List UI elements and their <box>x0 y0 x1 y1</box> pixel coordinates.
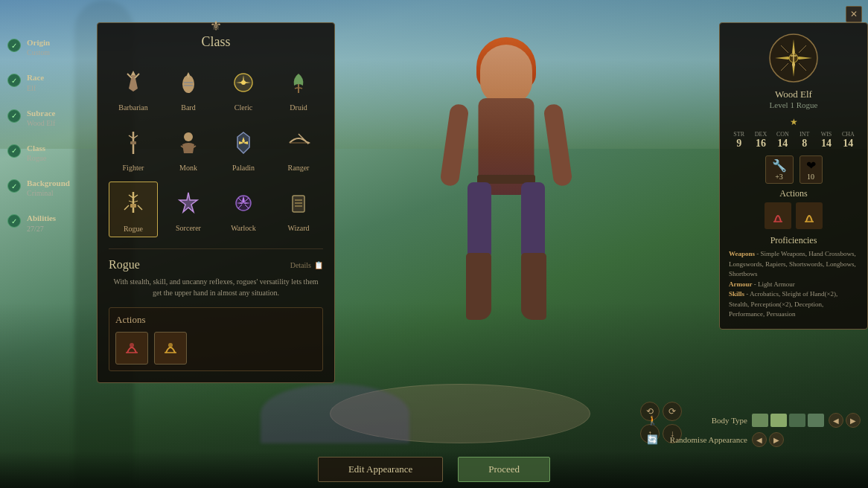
portrait-emblem <box>768 32 820 84</box>
body-opt-4[interactable] <box>808 414 824 427</box>
class-item-druid[interactable]: Druid <box>274 61 323 115</box>
sidebar-item-class[interactable]: Class Rogue <box>7 143 89 163</box>
class-item-bard[interactable]: Bard <box>164 61 213 115</box>
randomise-prev[interactable]: ◀ <box>752 432 767 447</box>
con-label: CON <box>776 131 789 138</box>
wizard-name: Wizard <box>287 224 309 232</box>
svg-point-20 <box>168 343 173 347</box>
stat-str: STR 9 <box>729 131 749 150</box>
body-type-next[interactable]: ▶ <box>846 413 861 428</box>
subrace-check <box>7 109 21 123</box>
background-check <box>7 179 21 193</box>
class-actions-section: Actions <box>109 307 323 371</box>
class-item-fighter[interactable]: Fighter <box>109 121 158 176</box>
randomise-next[interactable]: ▶ <box>769 432 784 447</box>
randomise-icon: 🔄 <box>647 434 658 446</box>
druid-name: Druid <box>290 103 307 112</box>
background-label: Background <box>27 178 70 188</box>
body-type-row: 🚶 Body Type ◀ ▶ <box>647 413 861 428</box>
class-item-sorcerer[interactable]: Sorcerer <box>164 182 213 237</box>
body-opt-2[interactable] <box>770 414 787 427</box>
warlock-icon <box>226 185 261 221</box>
rogue-name: Rogue <box>124 225 143 233</box>
abilities-value: 27/27 <box>27 224 56 234</box>
sidebar-item-subrace[interactable]: Subrace Wood Elf <box>7 108 89 128</box>
proficiency-icons <box>729 202 858 229</box>
class-description-text: With stealth, skill, and uncanny reflexe… <box>109 276 323 298</box>
proficiency-text: Weapons - Simple Weapons, Hand Crossbows… <box>729 249 858 320</box>
action-badge-spell: 🔧 +3 <box>765 155 794 184</box>
prof-icon-2 <box>796 202 823 229</box>
body-opt-3[interactable] <box>789 414 805 427</box>
class-item-cleric[interactable]: Cleric <box>219 61 268 115</box>
wis-value: 14 <box>821 138 832 150</box>
svg-rect-12 <box>130 204 136 208</box>
class-item-barbarian[interactable]: Barbarian <box>109 61 158 115</box>
sorcerer-icon <box>170 185 206 221</box>
sidebar-item-race[interactable]: Race Elf <box>7 72 89 92</box>
class-grid: Barbarian Bard <box>109 61 323 237</box>
fighter-icon <box>115 125 151 161</box>
body-type-options <box>752 414 824 427</box>
edit-appearance-button[interactable]: Edit Appearance <box>318 457 443 482</box>
subrace-value: Wood Elf <box>27 118 56 128</box>
stat-dex: DEX 16 <box>750 131 770 150</box>
class-value: Rogue <box>27 153 46 163</box>
paladin-icon <box>226 125 261 161</box>
monk-name: Monk <box>179 164 197 172</box>
paladin-name: Paladin <box>232 164 255 172</box>
class-check <box>7 144 21 158</box>
class-label: Class <box>27 143 46 153</box>
stat-con: CON 14 <box>773 131 793 150</box>
body-opt-1[interactable] <box>752 414 768 427</box>
character-class: Level 1 Rogue <box>770 100 818 109</box>
details-link[interactable]: Details 📋 <box>290 261 323 269</box>
ranger-name: Ranger <box>288 164 310 172</box>
character-sheet-panel: Wood Elf Level 1 Rogue ★ STR 9 DEX 16 CO… <box>719 22 868 330</box>
monk-icon <box>170 125 206 161</box>
class-item-warlock[interactable]: Warlock <box>219 182 268 237</box>
sidebar-item-abilities[interactable]: Abilities 27/27 <box>7 213 89 233</box>
cleric-icon <box>226 65 261 100</box>
class-panel: ⚜ Class Barbarian <box>97 22 335 383</box>
origin-label: Origin <box>27 37 50 48</box>
sidebar-item-origin[interactable]: Origin Custom <box>7 37 89 57</box>
origin-value: Custom <box>27 48 50 57</box>
barbarian-name: Barbarian <box>118 103 147 112</box>
class-item-monk[interactable]: Monk <box>164 121 213 176</box>
body-type-label: Body Type <box>666 416 747 425</box>
abilities-label: Abilities <box>27 213 56 223</box>
randomise-label: Randomise Appearance <box>666 435 747 444</box>
close-button[interactable]: ✕ <box>846 6 862 22</box>
svg-marker-13 <box>179 193 197 212</box>
fighter-name: Fighter <box>123 164 144 172</box>
details-icon: 📋 <box>314 261 323 269</box>
proceed-button[interactable]: Proceed <box>458 457 550 482</box>
class-item-ranger[interactable]: Ranger <box>274 121 323 176</box>
str-value: 9 <box>736 138 741 150</box>
body-type-prev[interactable]: ◀ <box>829 413 843 428</box>
randomise-row: 🔄 Randomise Appearance ◀ ▶ <box>647 432 861 447</box>
character-display <box>313 0 700 461</box>
body-type-person-icon: 🚶 <box>647 415 658 426</box>
race-label: Race <box>27 72 44 83</box>
details-label: Details <box>290 261 311 269</box>
svg-rect-15 <box>293 196 304 212</box>
spell-count: +3 <box>775 173 783 181</box>
bottom-bar: Edit Appearance Proceed <box>0 451 868 488</box>
body-customize: 🚶 Body Type ◀ ▶ 🔄 Randomise Appearance ◀… <box>647 413 861 447</box>
stats-row: STR 9 DEX 16 CON 14 INT 8 WIS 14 CHA 14 <box>729 131 858 150</box>
proficiency-section-title: Proficiencies <box>729 235 858 246</box>
class-item-paladin[interactable]: Paladin <box>219 121 268 176</box>
portrait-area: Wood Elf Level 1 Rogue <box>729 32 858 109</box>
class-item-wizard[interactable]: Wizard <box>274 182 323 237</box>
int-label: INT <box>800 131 809 138</box>
prof-icon-1 <box>765 202 791 229</box>
race-value: Elf <box>27 83 44 93</box>
warlock-name: Warlock <box>231 224 256 232</box>
wis-label: WIS <box>821 131 832 138</box>
cha-label: CHA <box>842 131 855 138</box>
sidebar-item-background[interactable]: Background Criminal <box>7 178 89 198</box>
actions-section-title: Actions <box>729 188 858 199</box>
class-item-rogue[interactable]: Rogue <box>109 182 158 237</box>
